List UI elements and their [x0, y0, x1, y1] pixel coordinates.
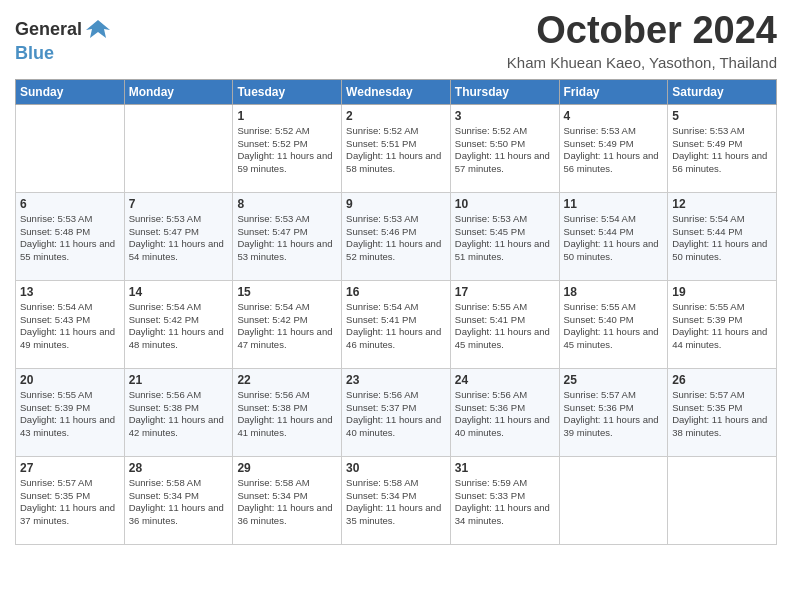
calendar-cell: 18Sunrise: 5:55 AM Sunset: 5:40 PM Dayli… — [559, 280, 668, 368]
calendar-cell: 4Sunrise: 5:53 AM Sunset: 5:49 PM Daylig… — [559, 104, 668, 192]
calendar-cell: 12Sunrise: 5:54 AM Sunset: 5:44 PM Dayli… — [668, 192, 777, 280]
day-number: 27 — [20, 461, 120, 475]
day-detail: Sunrise: 5:53 AM Sunset: 5:49 PM Dayligh… — [672, 125, 772, 176]
day-number: 5 — [672, 109, 772, 123]
day-number: 26 — [672, 373, 772, 387]
day-detail: Sunrise: 5:56 AM Sunset: 5:38 PM Dayligh… — [129, 389, 229, 440]
calendar-cell: 10Sunrise: 5:53 AM Sunset: 5:45 PM Dayli… — [450, 192, 559, 280]
day-number: 10 — [455, 197, 555, 211]
day-detail: Sunrise: 5:53 AM Sunset: 5:45 PM Dayligh… — [455, 213, 555, 264]
day-number: 28 — [129, 461, 229, 475]
day-detail: Sunrise: 5:57 AM Sunset: 5:36 PM Dayligh… — [564, 389, 664, 440]
day-number: 16 — [346, 285, 446, 299]
location-subtitle: Kham Khuean Kaeo, Yasothon, Thailand — [507, 54, 777, 71]
day-detail: Sunrise: 5:56 AM Sunset: 5:36 PM Dayligh… — [455, 389, 555, 440]
day-detail: Sunrise: 5:54 AM Sunset: 5:42 PM Dayligh… — [129, 301, 229, 352]
day-number: 1 — [237, 109, 337, 123]
calendar-cell: 16Sunrise: 5:54 AM Sunset: 5:41 PM Dayli… — [342, 280, 451, 368]
calendar-cell: 17Sunrise: 5:55 AM Sunset: 5:41 PM Dayli… — [450, 280, 559, 368]
day-number: 11 — [564, 197, 664, 211]
day-detail: Sunrise: 5:59 AM Sunset: 5:33 PM Dayligh… — [455, 477, 555, 528]
week-row-1: 6Sunrise: 5:53 AM Sunset: 5:48 PM Daylig… — [16, 192, 777, 280]
day-detail: Sunrise: 5:53 AM Sunset: 5:47 PM Dayligh… — [237, 213, 337, 264]
calendar-cell: 24Sunrise: 5:56 AM Sunset: 5:36 PM Dayli… — [450, 368, 559, 456]
day-number: 13 — [20, 285, 120, 299]
col-header-thursday: Thursday — [450, 79, 559, 104]
day-number: 20 — [20, 373, 120, 387]
logo-blue-text: Blue — [15, 44, 54, 64]
calendar-cell: 21Sunrise: 5:56 AM Sunset: 5:38 PM Dayli… — [124, 368, 233, 456]
day-number: 18 — [564, 285, 664, 299]
title-block: October 2024 Kham Khuean Kaeo, Yasothon,… — [507, 10, 777, 71]
day-detail: Sunrise: 5:55 AM Sunset: 5:39 PM Dayligh… — [20, 389, 120, 440]
day-detail: Sunrise: 5:54 AM Sunset: 5:44 PM Dayligh… — [672, 213, 772, 264]
calendar-cell: 25Sunrise: 5:57 AM Sunset: 5:36 PM Dayli… — [559, 368, 668, 456]
calendar-cell — [16, 104, 125, 192]
day-detail: Sunrise: 5:53 AM Sunset: 5:49 PM Dayligh… — [564, 125, 664, 176]
day-number: 23 — [346, 373, 446, 387]
day-number: 14 — [129, 285, 229, 299]
day-detail: Sunrise: 5:55 AM Sunset: 5:40 PM Dayligh… — [564, 301, 664, 352]
day-detail: Sunrise: 5:58 AM Sunset: 5:34 PM Dayligh… — [346, 477, 446, 528]
day-number: 12 — [672, 197, 772, 211]
calendar-cell: 1Sunrise: 5:52 AM Sunset: 5:52 PM Daylig… — [233, 104, 342, 192]
day-detail: Sunrise: 5:55 AM Sunset: 5:41 PM Dayligh… — [455, 301, 555, 352]
day-detail: Sunrise: 5:56 AM Sunset: 5:37 PM Dayligh… — [346, 389, 446, 440]
day-number: 30 — [346, 461, 446, 475]
day-detail: Sunrise: 5:56 AM Sunset: 5:38 PM Dayligh… — [237, 389, 337, 440]
calendar-cell: 29Sunrise: 5:58 AM Sunset: 5:34 PM Dayli… — [233, 456, 342, 544]
day-detail: Sunrise: 5:54 AM Sunset: 5:42 PM Dayligh… — [237, 301, 337, 352]
month-title: October 2024 — [507, 10, 777, 52]
col-header-sunday: Sunday — [16, 79, 125, 104]
day-number: 3 — [455, 109, 555, 123]
calendar-cell — [124, 104, 233, 192]
calendar-cell — [668, 456, 777, 544]
calendar-cell: 27Sunrise: 5:57 AM Sunset: 5:35 PM Dayli… — [16, 456, 125, 544]
header-row: SundayMondayTuesdayWednesdayThursdayFrid… — [16, 79, 777, 104]
day-detail: Sunrise: 5:53 AM Sunset: 5:47 PM Dayligh… — [129, 213, 229, 264]
calendar-cell: 14Sunrise: 5:54 AM Sunset: 5:42 PM Dayli… — [124, 280, 233, 368]
day-number: 24 — [455, 373, 555, 387]
day-detail: Sunrise: 5:54 AM Sunset: 5:43 PM Dayligh… — [20, 301, 120, 352]
week-row-3: 20Sunrise: 5:55 AM Sunset: 5:39 PM Dayli… — [16, 368, 777, 456]
calendar-cell — [559, 456, 668, 544]
calendar-cell: 2Sunrise: 5:52 AM Sunset: 5:51 PM Daylig… — [342, 104, 451, 192]
calendar-cell: 11Sunrise: 5:54 AM Sunset: 5:44 PM Dayli… — [559, 192, 668, 280]
day-detail: Sunrise: 5:54 AM Sunset: 5:41 PM Dayligh… — [346, 301, 446, 352]
week-row-2: 13Sunrise: 5:54 AM Sunset: 5:43 PM Dayli… — [16, 280, 777, 368]
calendar-cell: 9Sunrise: 5:53 AM Sunset: 5:46 PM Daylig… — [342, 192, 451, 280]
day-detail: Sunrise: 5:53 AM Sunset: 5:48 PM Dayligh… — [20, 213, 120, 264]
calendar-cell: 31Sunrise: 5:59 AM Sunset: 5:33 PM Dayli… — [450, 456, 559, 544]
day-number: 4 — [564, 109, 664, 123]
day-detail: Sunrise: 5:55 AM Sunset: 5:39 PM Dayligh… — [672, 301, 772, 352]
day-number: 21 — [129, 373, 229, 387]
svg-marker-0 — [86, 20, 110, 38]
week-row-4: 27Sunrise: 5:57 AM Sunset: 5:35 PM Dayli… — [16, 456, 777, 544]
calendar-cell: 6Sunrise: 5:53 AM Sunset: 5:48 PM Daylig… — [16, 192, 125, 280]
calendar-cell: 30Sunrise: 5:58 AM Sunset: 5:34 PM Dayli… — [342, 456, 451, 544]
day-number: 17 — [455, 285, 555, 299]
week-row-0: 1Sunrise: 5:52 AM Sunset: 5:52 PM Daylig… — [16, 104, 777, 192]
calendar-cell: 20Sunrise: 5:55 AM Sunset: 5:39 PM Dayli… — [16, 368, 125, 456]
calendar-header: SundayMondayTuesdayWednesdayThursdayFrid… — [16, 79, 777, 104]
calendar-cell: 23Sunrise: 5:56 AM Sunset: 5:37 PM Dayli… — [342, 368, 451, 456]
calendar-cell: 7Sunrise: 5:53 AM Sunset: 5:47 PM Daylig… — [124, 192, 233, 280]
day-number: 15 — [237, 285, 337, 299]
day-number: 22 — [237, 373, 337, 387]
day-number: 25 — [564, 373, 664, 387]
col-header-friday: Friday — [559, 79, 668, 104]
day-detail: Sunrise: 5:53 AM Sunset: 5:46 PM Dayligh… — [346, 213, 446, 264]
col-header-wednesday: Wednesday — [342, 79, 451, 104]
logo-text: General — [15, 20, 82, 40]
calendar-cell: 15Sunrise: 5:54 AM Sunset: 5:42 PM Dayli… — [233, 280, 342, 368]
day-detail: Sunrise: 5:54 AM Sunset: 5:44 PM Dayligh… — [564, 213, 664, 264]
day-detail: Sunrise: 5:58 AM Sunset: 5:34 PM Dayligh… — [129, 477, 229, 528]
day-detail: Sunrise: 5:57 AM Sunset: 5:35 PM Dayligh… — [672, 389, 772, 440]
day-number: 31 — [455, 461, 555, 475]
calendar-cell: 28Sunrise: 5:58 AM Sunset: 5:34 PM Dayli… — [124, 456, 233, 544]
day-detail: Sunrise: 5:57 AM Sunset: 5:35 PM Dayligh… — [20, 477, 120, 528]
col-header-tuesday: Tuesday — [233, 79, 342, 104]
calendar-body: 1Sunrise: 5:52 AM Sunset: 5:52 PM Daylig… — [16, 104, 777, 544]
day-detail: Sunrise: 5:52 AM Sunset: 5:50 PM Dayligh… — [455, 125, 555, 176]
col-header-monday: Monday — [124, 79, 233, 104]
